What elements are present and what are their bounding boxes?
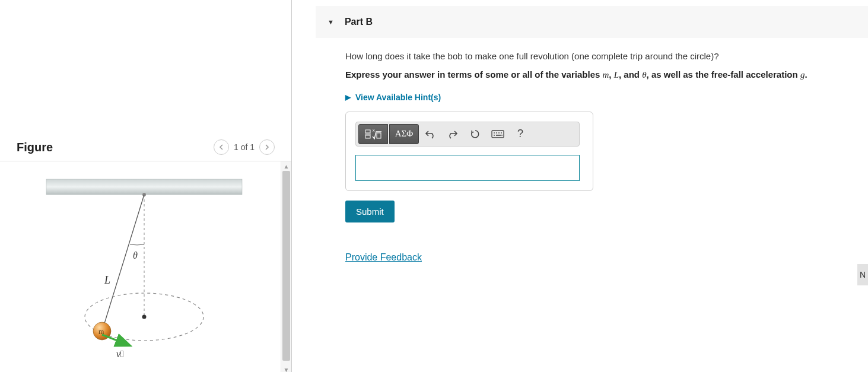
question-area: How long does it take the bob to make on… — [316, 38, 868, 263]
undo-icon — [425, 129, 435, 139]
caret-right-icon: ▶ — [345, 93, 351, 101]
keyboard-icon — [491, 130, 504, 138]
scroll-thumb[interactable] — [282, 171, 290, 361]
var-m: m — [603, 70, 609, 80]
greek-label: ΑΣΦ — [395, 129, 414, 139]
express-instructions: Express your answer in terms of some or … — [345, 68, 856, 82]
svg-line-7 — [102, 335, 129, 345]
figure-canvas: θ L m v⃗ — [0, 161, 281, 372]
figure-panel: Figure 1 of 1 — [0, 0, 292, 372]
sep1: , — [609, 69, 613, 80]
templates-button[interactable]: x — [358, 124, 388, 144]
express-suffix: . — [805, 69, 807, 80]
svg-rect-13 — [492, 131, 504, 138]
scroll-down-icon[interactable]: ▼ — [284, 367, 290, 372]
help-button[interactable]: ? — [509, 124, 532, 144]
reset-icon — [470, 129, 481, 139]
svg-rect-19 — [496, 135, 501, 136]
part-title: Part B — [345, 17, 373, 27]
svg-point-17 — [501, 132, 502, 133]
question-text: How long does it take the bob to make on… — [345, 50, 856, 62]
figure-title: Figure — [17, 141, 53, 154]
svg-rect-0 — [46, 179, 242, 195]
figure-nav: 1 of 1 — [214, 139, 275, 155]
svg-point-14 — [494, 132, 495, 133]
svg-rect-8 — [365, 130, 370, 133]
sep2: , and — [619, 69, 642, 80]
figure-header: Figure 1 of 1 — [0, 133, 291, 161]
svg-point-20 — [501, 135, 503, 136]
question-panel: ▼ Part B How long does it take the bob t… — [292, 0, 868, 372]
greek-button[interactable]: ΑΣΦ — [389, 124, 419, 144]
fraction-root-icon: x — [364, 128, 382, 140]
pendulum-figure: θ L m v⃗ — [0, 161, 279, 372]
answer-input[interactable] — [355, 155, 580, 181]
figure-nav-counter: 1 of 1 — [234, 142, 255, 152]
equation-toolbar: x ΑΣΦ — [355, 122, 580, 147]
var-l: L — [614, 70, 619, 80]
hints-label: View Available Hint(s) — [355, 93, 441, 102]
var-theta: θ — [642, 70, 646, 80]
express-prefix: Express your answer in terms of some or … — [345, 69, 603, 80]
scroll-up-icon[interactable]: ▲ — [284, 163, 290, 170]
figure-next-button[interactable] — [259, 139, 275, 155]
v-label: v⃗ — [116, 349, 124, 359]
svg-point-5 — [142, 315, 147, 319]
reset-button[interactable] — [464, 124, 487, 144]
keyboard-button[interactable] — [487, 124, 509, 144]
help-icon: ? — [517, 128, 523, 140]
figure-body: θ L m v⃗ ▲ — [0, 161, 291, 372]
next-stub[interactable]: N — [857, 264, 868, 285]
l-label: L — [104, 274, 110, 286]
provide-feedback-link[interactable]: Provide Feedback — [345, 252, 422, 263]
svg-point-18 — [494, 135, 495, 136]
chevron-right-icon — [264, 144, 270, 150]
hints-toggle[interactable]: ▶ View Available Hint(s) — [345, 93, 856, 102]
svg-point-16 — [498, 132, 500, 133]
caret-down-icon: ▼ — [328, 18, 334, 26]
answer-box: x ΑΣΦ — [345, 112, 593, 191]
svg-line-3 — [102, 195, 144, 331]
redo-icon — [447, 129, 458, 139]
theta-label: θ — [133, 250, 138, 260]
svg-text:x: x — [373, 128, 375, 132]
express-mid: , as well as the free-fall acceleration — [647, 69, 800, 80]
figure-prev-button[interactable] — [214, 139, 229, 155]
chevron-left-icon — [218, 144, 224, 150]
svg-rect-11 — [377, 133, 381, 138]
scroll-track[interactable] — [281, 171, 291, 365]
part-header[interactable]: ▼ Part B — [316, 6, 868, 38]
submit-button[interactable]: Submit — [345, 201, 395, 222]
redo-button[interactable] — [441, 124, 464, 144]
svg-rect-9 — [365, 135, 370, 138]
figure-scrollbar[interactable]: ▲ ▼ — [281, 161, 291, 372]
svg-point-15 — [496, 132, 497, 133]
undo-button[interactable] — [419, 124, 441, 144]
